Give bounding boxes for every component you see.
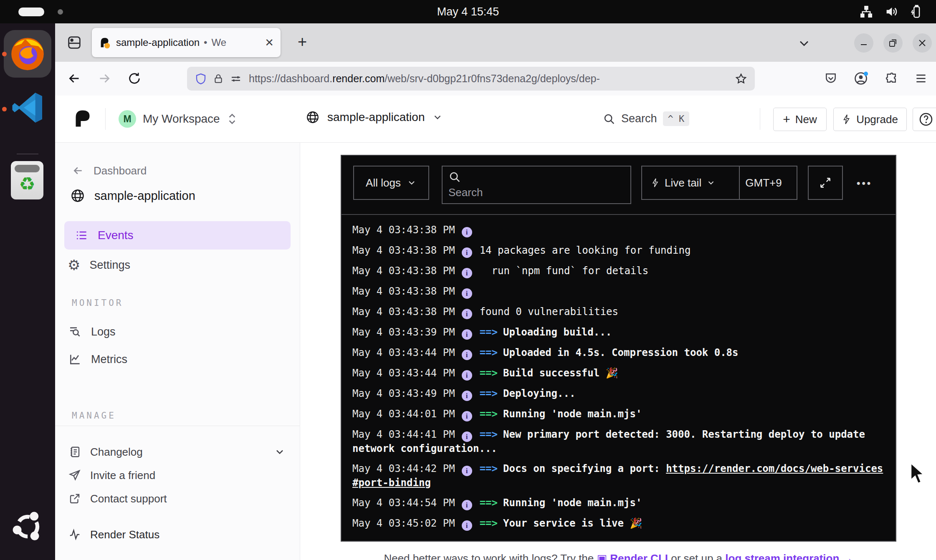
system-tray[interactable] xyxy=(859,0,923,23)
changelog-chevron-icon[interactable] xyxy=(274,446,286,458)
sidebar-item-settings[interactable]: ⚙ Settings xyxy=(68,255,130,275)
shield-icon[interactable] xyxy=(195,72,207,86)
sidebar-item-logs[interactable]: Logs xyxy=(68,322,116,341)
plus-icon: + xyxy=(783,112,790,126)
menu-hamburger-icon[interactable] xyxy=(912,69,930,88)
tab-title-fade xyxy=(240,30,264,55)
firefox-view-icon[interactable] xyxy=(66,34,83,51)
settings-label: Settings xyxy=(89,259,130,272)
close-window-button[interactable] xyxy=(913,33,932,53)
sidebar: Dashboard sample-application Events xyxy=(55,143,300,560)
sidebar-item-invite[interactable]: Invite a friend xyxy=(68,466,155,485)
tab-close-icon[interactable]: ✕ xyxy=(265,36,274,49)
sidebar-item-changelog[interactable]: Changelog xyxy=(68,442,286,462)
workspace-switcher[interactable]: M My Workspace xyxy=(119,110,238,128)
url-bar[interactable]: https://dashboard.render.com/web/srv-d0b… xyxy=(187,67,755,91)
os-clock[interactable]: May 4 15:45 xyxy=(437,5,499,18)
log-arrow: ==> xyxy=(480,388,498,399)
log-timestamp: May 4 03:43:38 PM xyxy=(352,306,455,318)
monitor-section-label: MONITOR xyxy=(72,298,124,308)
sidebar-item-metrics[interactable]: Metrics xyxy=(68,350,127,369)
log-panel-more-button[interactable]: ••• xyxy=(857,177,872,189)
bolt-icon xyxy=(842,114,851,125)
info-icon: i xyxy=(462,391,472,401)
log-timestamp: May 4 03:43:39 PM xyxy=(352,326,455,338)
info-icon: i xyxy=(462,309,472,319)
lock-icon[interactable] xyxy=(213,73,224,85)
invite-label: Invite a friend xyxy=(90,469,155,482)
upgrade-button[interactable]: Upgrade xyxy=(833,108,907,131)
minimize-button[interactable] xyxy=(854,33,873,53)
info-icon: i xyxy=(462,520,472,531)
log-row: May 4 03:44:54 PMi==>Running 'node main.… xyxy=(352,496,885,510)
url-text[interactable]: https://dashboard.render.com/web/srv-d0b… xyxy=(249,73,735,85)
metrics-label: Metrics xyxy=(91,353,127,366)
log-timestamp: May 4 03:43:38 PM xyxy=(352,245,455,256)
log-timestamp: May 4 03:44:54 PM xyxy=(352,497,455,509)
firefox-window: sample-application • We ✕ + xyxy=(55,23,936,560)
info-icon: i xyxy=(462,500,472,510)
new-tab-button[interactable]: + xyxy=(291,31,313,53)
log-filter-dropdown[interactable]: All logs xyxy=(353,166,429,200)
sidebar-item-contact[interactable]: Contact support xyxy=(68,489,167,508)
sidebar-item-events[interactable]: Events xyxy=(64,221,291,250)
expand-logs-button[interactable] xyxy=(808,166,843,200)
log-stream-link[interactable]: log stream integration xyxy=(725,552,839,560)
log-arrow: ==> xyxy=(480,367,498,379)
url-fade xyxy=(704,69,733,88)
log-row: May 4 03:43:44 PMi==>Uploaded in 4.5s. C… xyxy=(352,346,885,360)
vscode-dock-icon[interactable] xyxy=(10,89,47,126)
sidebar-item-render-status[interactable]: Render Status xyxy=(68,525,159,544)
restore-button[interactable] xyxy=(883,33,903,53)
search-icon xyxy=(603,113,615,125)
log-message: found 0 vulnerabilities xyxy=(480,306,618,318)
render-logo[interactable] xyxy=(73,108,93,129)
active-tab[interactable]: sample-application • We ✕ xyxy=(92,28,281,57)
forward-icon[interactable] xyxy=(95,69,114,88)
live-tail-button[interactable]: Live tail xyxy=(642,166,725,199)
bookmark-star-icon[interactable] xyxy=(735,73,747,85)
sidebar-back-dashboard[interactable]: Dashboard xyxy=(72,161,147,180)
firefox-dock-icon[interactable] xyxy=(8,34,47,73)
pocket-icon[interactable] xyxy=(822,69,840,88)
log-arrow: ==> xyxy=(480,429,498,440)
info-icon: i xyxy=(462,466,472,476)
service-switcher[interactable]: sample-application xyxy=(306,110,443,124)
reload-icon[interactable] xyxy=(125,69,144,88)
sidebar-service[interactable]: sample-application xyxy=(70,186,195,205)
render-app: M My Workspace sample-application xyxy=(55,96,936,560)
log-search-placeholder: Search xyxy=(448,186,483,199)
extensions-puzzle-icon[interactable] xyxy=(883,69,901,88)
dock-divider xyxy=(17,154,38,154)
log-panel: All logs Search xyxy=(341,155,896,542)
ubuntu-logo-icon[interactable] xyxy=(10,509,45,544)
service-switcher-name: sample-application xyxy=(327,111,425,124)
list-icon xyxy=(75,229,89,242)
log-timestamp: May 4 03:43:38 PM xyxy=(352,224,455,236)
global-search[interactable]: Search ^ K xyxy=(603,111,689,126)
log-list[interactable]: May 4 03:43:38 PMiMay 4 03:43:38 PMi14 p… xyxy=(342,215,896,541)
log-timestamp: May 4 03:43:38 PM xyxy=(352,285,455,297)
render-favicon xyxy=(99,36,111,49)
log-timestamp: May 4 03:44:42 PM xyxy=(352,463,455,474)
trash-dock-icon[interactable]: ♻ xyxy=(11,161,43,199)
log-row: May 4 03:43:39 PMi==>Uploading build... xyxy=(352,325,885,340)
info-icon: i xyxy=(462,350,472,360)
permissions-icon[interactable] xyxy=(230,73,242,85)
workspace-indicator-dot[interactable] xyxy=(58,9,63,15)
render-cli-link[interactable]: Render CLI xyxy=(610,552,668,560)
recycle-icon: ♻ xyxy=(19,175,35,193)
timezone-button[interactable]: GMT+9 xyxy=(731,177,797,189)
account-icon[interactable] xyxy=(852,69,870,88)
log-arrow: ==> xyxy=(480,408,498,420)
mouse-cursor xyxy=(909,462,926,485)
new-button[interactable]: + New xyxy=(773,108,827,131)
workspace-indicator-active[interactable] xyxy=(18,8,44,16)
back-icon[interactable] xyxy=(65,69,83,88)
list-all-tabs-icon[interactable] xyxy=(797,36,812,51)
bolt-icon xyxy=(651,177,660,188)
log-search-input[interactable]: Search xyxy=(442,166,631,204)
log-message: Uploading build... xyxy=(503,326,612,338)
main-content: All logs Search xyxy=(300,143,936,560)
help-button[interactable] xyxy=(913,108,936,131)
